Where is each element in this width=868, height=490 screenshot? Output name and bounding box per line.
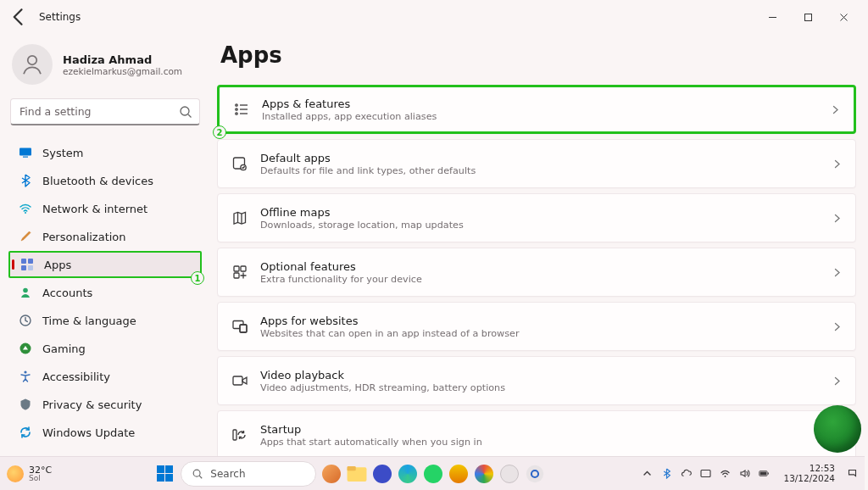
sidebar-item-system[interactable]: System: [8, 139, 202, 166]
card-optional-features[interactable]: Optional features Extra functionality fo…: [217, 248, 856, 297]
card-subtitle: Apps that start automatically when you s…: [260, 437, 832, 448]
chevron-right-icon: [831, 102, 840, 118]
apps-icon: [20, 258, 34, 271]
chevron-up-icon[interactable]: [642, 468, 653, 479]
taskbar-app[interactable]: [472, 462, 496, 486]
card-apps-websites[interactable]: Apps for websites Websites that can open…: [217, 302, 856, 351]
avatar: [12, 44, 53, 85]
wifi-tray-icon[interactable]: [720, 468, 731, 479]
svg-rect-20: [241, 266, 246, 271]
shield-icon: [19, 398, 32, 411]
sidebar-item-privacy[interactable]: Privacy & security: [8, 391, 202, 418]
svg-rect-3: [19, 148, 31, 156]
chevron-right-icon: [832, 319, 842, 335]
svg-rect-8: [21, 265, 26, 270]
wifi-icon: [19, 202, 32, 215]
startup-icon: [231, 426, 248, 443]
card-offline-maps[interactable]: Offline maps Downloads, storage location…: [217, 193, 856, 242]
taskbar-center: Search: [57, 461, 642, 487]
taskbar-app[interactable]: [370, 462, 394, 486]
svg-rect-32: [701, 471, 710, 477]
svg-rect-9: [28, 265, 33, 270]
list-icon: [233, 101, 250, 118]
taskbar-weather[interactable]: 32°C Sol: [7, 465, 52, 482]
sidebar-item-label: Bluetooth & devices: [42, 175, 153, 187]
taskbar-app[interactable]: [396, 462, 420, 486]
person-icon: [19, 52, 45, 77]
arrow-left-icon: [7, 5, 31, 29]
taskbar-app[interactable]: [320, 462, 343, 486]
onedrive-icon[interactable]: [681, 468, 692, 479]
volume-icon[interactable]: [739, 468, 750, 479]
taskbar-app[interactable]: [345, 462, 369, 486]
gear-icon: [523, 462, 547, 486]
search-icon: [179, 105, 192, 119]
user-email: ezekielmarkus@gmail.com: [63, 66, 182, 76]
start-button[interactable]: [152, 461, 177, 487]
card-startup[interactable]: Startup Apps that start automatically wh…: [217, 410, 856, 459]
taskbar-app[interactable]: [421, 462, 445, 486]
user-card[interactable]: Hadiza Ahmad ezekielmarkus@gmail.com: [8, 39, 202, 98]
card-title: Apps for websites: [260, 315, 832, 327]
search-container[interactable]: [10, 98, 200, 125]
language-icon[interactable]: [700, 468, 711, 479]
sidebar-item-time[interactable]: Time & language: [8, 307, 202, 334]
card-default-apps[interactable]: Default apps Defaults for file and link …: [217, 139, 856, 188]
battery-icon[interactable]: [759, 468, 770, 479]
close-icon: [839, 13, 849, 22]
sidebar-item-apps[interactable]: Apps: [8, 251, 202, 278]
minimize-icon: [768, 13, 777, 22]
close-button[interactable]: [826, 5, 861, 29]
sidebar-item-personalization[interactable]: Personalization: [8, 223, 202, 250]
card-title: Offline maps: [260, 206, 832, 219]
taskbar-app[interactable]: [447, 462, 470, 486]
taskbar-clock[interactable]: 12:53 13/12/2024: [778, 464, 835, 483]
taskbar-app[interactable]: [523, 462, 547, 486]
gaming-icon: [19, 342, 32, 355]
svg-rect-23: [240, 325, 247, 332]
sidebar-item-label: Time & language: [42, 315, 136, 327]
search-input[interactable]: [19, 105, 174, 118]
card-title: Apps & features: [262, 97, 831, 110]
svg-rect-6: [21, 259, 26, 264]
notification-icon[interactable]: [847, 468, 858, 479]
svg-point-15: [236, 109, 237, 110]
card-title: Default apps: [260, 152, 832, 164]
bluetooth-tray-icon[interactable]: [661, 468, 672, 479]
svg-point-33: [725, 476, 726, 477]
system-tray[interactable]: 12:53 13/12/2024: [642, 464, 858, 483]
taskbar: 32°C Sol Search: [0, 456, 865, 490]
taskbar-pinned-apps: [320, 462, 547, 486]
card-subtitle: Defaults for file and link types, other …: [260, 165, 832, 176]
svg-point-2: [181, 107, 189, 115]
svg-point-27: [194, 470, 201, 476]
sidebar-item-update[interactable]: Windows Update: [8, 419, 202, 446]
card-video-playback[interactable]: Video playback Video adjustments, HDR st…: [217, 356, 856, 405]
maximize-button[interactable]: [790, 5, 826, 29]
chevron-right-icon: [832, 156, 842, 172]
sidebar-item-accessibility[interactable]: Accessibility: [8, 363, 202, 390]
card-apps-features[interactable]: Apps & features Installed apps, app exec…: [217, 85, 856, 134]
sidebar-nav: System Bluetooth & devices Network & int…: [8, 139, 202, 446]
svg-rect-19: [234, 266, 239, 271]
sidebar-item-label: Windows Update: [42, 426, 135, 439]
sidebar-item-bluetooth[interactable]: Bluetooth & devices: [8, 167, 202, 194]
back-button[interactable]: [7, 5, 31, 29]
taskbar-app[interactable]: [498, 462, 521, 486]
svg-point-14: [236, 104, 237, 106]
card-subtitle: Websites that can open in an app instead…: [260, 328, 832, 339]
taskbar-search[interactable]: Search: [181, 461, 316, 487]
display-icon: [19, 146, 32, 159]
minimize-button[interactable]: [754, 5, 790, 29]
svg-rect-35: [760, 472, 767, 476]
user-name: Hadiza Ahmad: [63, 53, 182, 66]
sidebar-item-accounts[interactable]: Accounts: [8, 279, 202, 306]
video-icon: [231, 372, 248, 389]
sidebar-item-network[interactable]: Network & internet: [8, 195, 202, 222]
search-icon: [192, 468, 203, 480]
page-title: Apps: [220, 42, 856, 68]
card-title: Startup: [260, 423, 832, 436]
bluetooth-icon: [19, 174, 32, 187]
svg-rect-21: [234, 273, 239, 278]
sidebar-item-gaming[interactable]: Gaming: [8, 335, 202, 362]
